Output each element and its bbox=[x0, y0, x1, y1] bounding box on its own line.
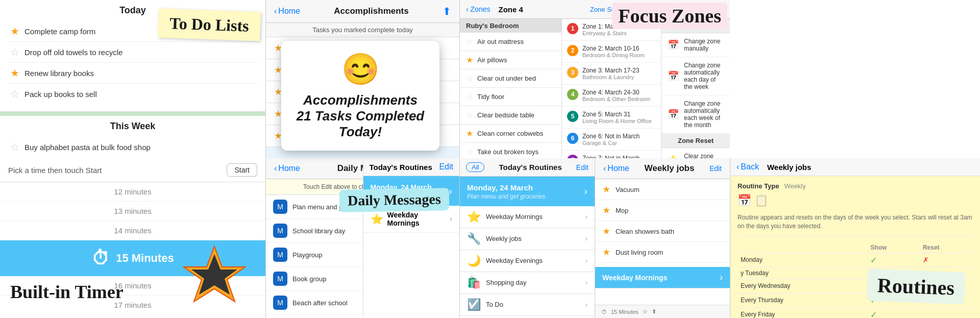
weekly-edit-button[interactable]: Edit bbox=[709, 164, 722, 173]
chevron-right-icon: › bbox=[449, 185, 452, 197]
todo-item-text: Renew library books bbox=[24, 69, 94, 78]
chevron-right-icon: › bbox=[450, 214, 452, 224]
todo-week-item-1[interactable]: ☆ Buy alphabet pasta at bulk food shop bbox=[8, 137, 257, 157]
weekly-task-2[interactable]: ★ Mop bbox=[595, 200, 730, 221]
zone-item-3[interactable]: 3 Zone 3: March 17-23 Bathroom & Laundry bbox=[562, 63, 661, 85]
todo-item-4[interactable]: ☆ Pack up books to sell bbox=[8, 84, 257, 104]
todo-item-text: Complete camp form bbox=[24, 27, 95, 36]
routine-highlight-item[interactable]: Monday, 24 March Plan menu and get groce… bbox=[460, 177, 595, 206]
check-icon: ✓ bbox=[870, 310, 877, 318]
zone-item-4[interactable]: 4 Zone 4: March 24-30 Bedroom & Other Be… bbox=[562, 85, 661, 107]
timer-item-18[interactable]: 18 minutes bbox=[0, 315, 265, 318]
star-filled-icon: ★ bbox=[466, 129, 473, 138]
star-empty-icon: ☆ bbox=[466, 37, 473, 46]
zone-item-5[interactable]: 5 Zone 5: March 31 Living Room & Home Of… bbox=[562, 107, 661, 129]
star-filled-icon: ★ bbox=[466, 55, 473, 65]
zone-schedule-item-3[interactable]: 📅 Change zone automatically each week of… bbox=[662, 95, 730, 134]
all-filter-button[interactable]: All bbox=[466, 162, 484, 172]
msg-icon: M bbox=[273, 296, 287, 310]
zone-task-5[interactable]: ☆ Clear bedside table bbox=[460, 106, 561, 125]
zones-back-button[interactable]: ‹ Zones bbox=[466, 5, 490, 13]
weekly-task-3[interactable]: ★ Clean showers bath bbox=[595, 221, 730, 242]
accomplishments-overlay: 😊 Accomplishments 21 Tasks Completed Tod… bbox=[281, 41, 439, 151]
zone-schedule-item-1[interactable]: 📅 Change zone manually bbox=[662, 33, 730, 57]
zone-task-2[interactable]: ★ Air pillows bbox=[460, 51, 561, 69]
timer-start-button[interactable]: Start bbox=[227, 163, 257, 177]
weekly-jobs-header: ‹ Home Weekly jobs Edit bbox=[595, 158, 730, 179]
star-empty-icon: ☆ bbox=[466, 147, 473, 157]
edit-button[interactable]: Edit bbox=[439, 162, 453, 172]
star-filled-icon: ★ bbox=[602, 184, 610, 195]
msg-icon: M bbox=[273, 224, 287, 238]
routine-type-value: Weekly bbox=[784, 182, 805, 190]
back-label: Home bbox=[278, 7, 300, 16]
routine-item-2[interactable]: 🔧 Weekly jobs › bbox=[460, 228, 595, 250]
routine-item-5[interactable]: ☑️ To Do › bbox=[460, 294, 595, 316]
chevron-right-icon: › bbox=[585, 301, 587, 308]
col-header-reset: Reset bbox=[920, 242, 973, 253]
todo-item-3[interactable]: ★ Renew library books bbox=[8, 63, 257, 84]
routine-sub: Plan menu and get groceries bbox=[467, 193, 545, 200]
routine-item-3[interactable]: 🌙 Weekday Evenings › bbox=[460, 250, 595, 272]
routine-type-label: Routine Type bbox=[738, 182, 779, 190]
weekday-mornings-date: Weekday Mornings bbox=[602, 274, 667, 282]
weekly-task-4[interactable]: ★ Dust living room bbox=[595, 242, 730, 263]
weekday-mornings-highlight[interactable]: Weekday Mornings › bbox=[595, 267, 730, 288]
weekly-task-1[interactable]: ★ Vacuum bbox=[595, 179, 730, 200]
reset-icon: ✗ bbox=[923, 256, 929, 264]
todo-today-section: Today ★ Complete camp form ☆ Drop off ol… bbox=[0, 0, 265, 112]
overlay-title: Accomplishments 21 Tasks Completed Today… bbox=[291, 92, 429, 140]
routines-title: Today's Routines bbox=[499, 163, 562, 172]
timer-selected-label: 15 Minutes bbox=[116, 252, 174, 265]
zone-number-badge: 2 bbox=[567, 45, 578, 56]
star-filled-icon: ★ bbox=[602, 226, 610, 237]
routine-item-6[interactable]: 😊 Accomplishments 11 Tasks Completed Tod… bbox=[460, 316, 595, 319]
star-icon: ⭐ bbox=[371, 213, 383, 225]
chevron-right-icon: › bbox=[585, 235, 587, 242]
star-decoration bbox=[179, 241, 250, 313]
routines-edit-button[interactable]: Edit bbox=[576, 163, 589, 172]
todo-item-1[interactable]: ★ Complete camp form bbox=[8, 21, 257, 42]
routines-label: Routines bbox=[867, 269, 965, 305]
routine-item-4[interactable]: 🛍️ Shopping day › bbox=[460, 272, 595, 294]
timer-item-12[interactable]: 12 minutes bbox=[0, 182, 265, 202]
zone-number-badge: 5 bbox=[567, 111, 578, 122]
routine-date: Monday, 24 March bbox=[467, 183, 545, 193]
day-row-friday: Every Friday ✓ bbox=[738, 307, 973, 318]
back-button[interactable]: ‹ Home bbox=[274, 7, 300, 16]
timer-item-13[interactable]: 13 minutes bbox=[0, 202, 265, 221]
msg-icon: M bbox=[273, 248, 287, 262]
clock-icon: ⏱ bbox=[601, 309, 607, 315]
routines-top-bar: All Today's Routines Edit bbox=[460, 158, 595, 177]
calendar-icon: 📅 bbox=[668, 39, 679, 51]
star-empty-icon: ☆ bbox=[466, 92, 473, 102]
routines-overlay-header: Today's Routines Edit bbox=[363, 158, 460, 176]
timer-item-14[interactable]: 14 minutes bbox=[0, 221, 265, 240]
share-icon[interactable]: ⬆ bbox=[443, 5, 451, 17]
zone-number-badge: 1 bbox=[567, 23, 578, 34]
home-back-button[interactable]: ‹ Home bbox=[603, 164, 629, 173]
routine-item-1[interactable]: ⭐ Weekday Mornings › bbox=[460, 206, 595, 228]
zone-item-6[interactable]: 6 Zone 6: Not in March Garage & Car bbox=[562, 129, 661, 151]
zone-task-3[interactable]: ☆ Clear out under bed bbox=[460, 69, 561, 88]
back-button[interactable]: ‹ Home bbox=[274, 164, 300, 173]
calendar-icon: 📅 bbox=[668, 70, 679, 82]
zone-task-4[interactable]: ☆ Tidy floor bbox=[460, 88, 561, 106]
routine-description: Routine appears and resets on the days o… bbox=[738, 213, 973, 236]
zone-task-6[interactable]: ★ Clean corner cobwebs bbox=[460, 125, 561, 143]
msg-icon: M bbox=[273, 200, 287, 214]
routine-type-row: Routine Type Weekly bbox=[738, 182, 973, 190]
routines-overlay: Today's Routines Edit Monday, 24 March P… bbox=[363, 158, 460, 318]
todo-item-2[interactable]: ☆ Drop off old towels to recycle bbox=[8, 42, 257, 63]
chevron-right-icon: › bbox=[585, 213, 587, 221]
zone-schedule-item-2[interactable]: 📅 Change zone automatically each day of … bbox=[662, 57, 730, 95]
zone-task-1[interactable]: ☆ Air out mattress bbox=[460, 33, 561, 51]
tools-icon: 🔧 bbox=[467, 232, 481, 246]
calendar-icon: 📅 bbox=[738, 194, 751, 207]
star-empty-icon: ☆ bbox=[10, 141, 19, 153]
zone-item-2[interactable]: 2 Zone 2: March 10-16 Bedroom & Dining R… bbox=[562, 41, 661, 63]
back-button[interactable]: ‹ Back bbox=[737, 162, 759, 172]
weekly-jobs-title2: Weekly jobs bbox=[767, 163, 811, 172]
chevron-left-icon: ‹ bbox=[737, 162, 739, 172]
chevron-right-icon: › bbox=[584, 185, 587, 197]
